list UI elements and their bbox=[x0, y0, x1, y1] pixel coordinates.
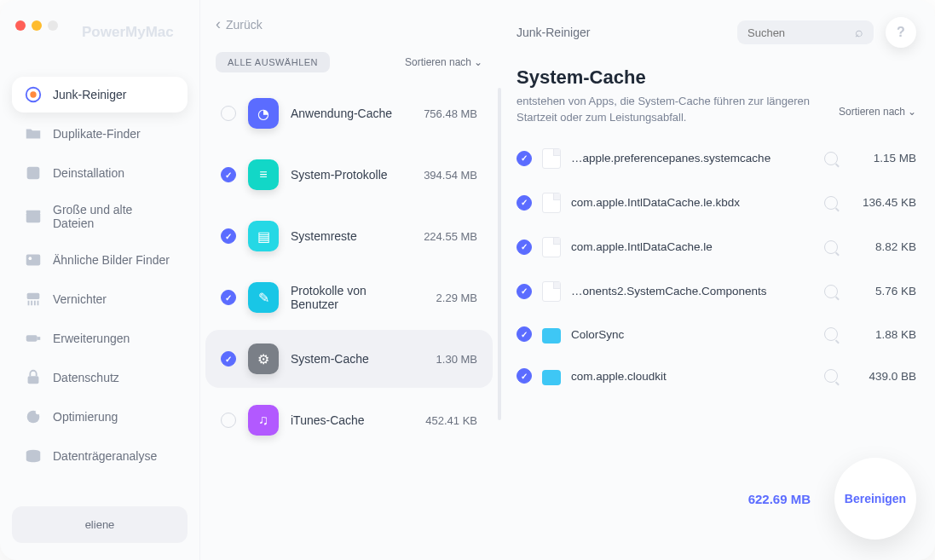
reveal-icon[interactable] bbox=[824, 240, 838, 254]
app-brand: PowerMyMac bbox=[82, 24, 174, 41]
category-row[interactable]: ♫iTunes-Cache452.41 KB bbox=[205, 391, 493, 449]
category-size: 394.54 MB bbox=[409, 169, 477, 182]
page-title: Junk-Reiniger bbox=[517, 26, 590, 39]
app-icon bbox=[24, 164, 43, 182]
category-row[interactable]: ≡System-Protokolle394.54 MB bbox=[205, 146, 493, 204]
svg-point-6 bbox=[29, 257, 32, 260]
file-name: com.apple.IntlDataCache.le bbox=[571, 240, 814, 253]
search-icon: ⌕ bbox=[855, 25, 863, 40]
sidebar-item-label: Deinstallation bbox=[53, 166, 124, 180]
clean-button[interactable]: Bereinigen bbox=[834, 458, 916, 540]
category-name: Protokolle von Benutzer bbox=[291, 284, 397, 311]
back-button[interactable]: ‹ Zurück bbox=[200, 15, 498, 33]
sidebar-item-label: Datenschutz bbox=[53, 371, 119, 384]
file-row[interactable]: …onents2.SystemCache.Components5.76 KB bbox=[517, 269, 916, 314]
sidebar-item-box[interactable]: Große und alte Dateien bbox=[12, 194, 188, 239]
category-row[interactable]: ▤Systemreste224.55 MB bbox=[205, 207, 493, 265]
disk-icon bbox=[24, 447, 43, 465]
category-row[interactable]: ⚙System-Cache1.30 MB bbox=[205, 330, 493, 388]
file-size: 1.88 KB bbox=[848, 328, 916, 341]
reveal-icon[interactable] bbox=[824, 327, 838, 341]
file-row[interactable]: com.apple.IntlDataCache.le.kbdx136.45 KB bbox=[517, 181, 916, 225]
file-row[interactable]: …apple.preferencepanes.systemcache1.15 M… bbox=[517, 136, 916, 181]
svg-rect-3 bbox=[26, 212, 41, 222]
reveal-icon[interactable] bbox=[824, 152, 838, 165]
file-icon bbox=[542, 281, 561, 302]
category-name: System-Cache bbox=[291, 352, 397, 366]
sidebar-item-label: Optimierung bbox=[53, 410, 118, 424]
sidebar-item-lock[interactable]: Datenschutz bbox=[12, 360, 188, 395]
reveal-icon[interactable] bbox=[824, 196, 838, 210]
sidebar-item-label: Ähnliche Bilder Finder bbox=[53, 253, 170, 267]
sidebar-item-image[interactable]: Ähnliche Bilder Finder bbox=[12, 242, 188, 278]
checkbox[interactable] bbox=[221, 228, 236, 244]
file-row[interactable]: com.apple.IntlDataCache.le8.82 KB bbox=[517, 225, 916, 269]
file-icon bbox=[542, 148, 561, 169]
checkbox[interactable] bbox=[517, 151, 532, 166]
file-row[interactable]: com.apple.cloudkit439.0 BB bbox=[517, 355, 916, 397]
sidebar-item-label: Erweiterungen bbox=[53, 332, 130, 345]
checkbox[interactable] bbox=[221, 167, 236, 182]
ext-icon bbox=[24, 329, 43, 348]
category-icon: ✎ bbox=[248, 282, 279, 313]
detail-sort-button[interactable]: Sortieren nach ⌄ bbox=[839, 106, 916, 118]
user-chip[interactable]: eliene bbox=[12, 506, 188, 543]
search-box[interactable]: ⌕ bbox=[737, 20, 874, 44]
category-size: 224.55 MB bbox=[409, 230, 477, 243]
file-size: 8.82 KB bbox=[848, 240, 916, 253]
help-button[interactable]: ? bbox=[886, 17, 916, 48]
search-input[interactable] bbox=[747, 26, 846, 39]
category-row[interactable]: ◔Anwendung-Cache756.48 MB bbox=[205, 84, 493, 142]
category-name: Anwendung-Cache bbox=[291, 107, 397, 120]
category-icon: ≡ bbox=[248, 159, 279, 190]
detail-subtitle: entstehen von Apps, die System-Cache füh… bbox=[517, 94, 823, 126]
checkbox[interactable] bbox=[221, 106, 236, 121]
folder-icon bbox=[542, 370, 561, 385]
sort-by-button[interactable]: Sortieren nach ⌄ bbox=[405, 56, 482, 68]
checkbox[interactable] bbox=[517, 195, 532, 211]
svg-rect-4 bbox=[26, 211, 41, 214]
sidebar-item-folder[interactable]: Duplikate-Finder bbox=[12, 116, 188, 152]
sidebar-item-label: Große und alte Dateien bbox=[53, 203, 176, 230]
sidebar-item-app[interactable]: Deinstallation bbox=[12, 155, 188, 191]
sidebar-item-disk[interactable]: Datenträgeranalyse bbox=[12, 438, 188, 474]
category-row[interactable]: ✎Protokolle von Benutzer2.29 MB bbox=[205, 268, 493, 326]
file-row[interactable]: ColorSync1.88 KB bbox=[517, 314, 916, 355]
sidebar-item-junk[interactable]: Junk-Reiniger bbox=[12, 77, 188, 113]
chevron-down-icon: ⌄ bbox=[908, 106, 916, 118]
category-icon: ⚙ bbox=[248, 344, 279, 374]
checkbox[interactable] bbox=[221, 413, 236, 428]
shred-icon bbox=[24, 290, 43, 309]
category-size: 1.30 MB bbox=[409, 353, 477, 366]
category-name: Systemreste bbox=[291, 229, 397, 243]
sidebar-item-opt[interactable]: Optimierung bbox=[12, 399, 188, 435]
file-size: 5.76 KB bbox=[848, 285, 916, 297]
chevron-down-icon: ⌄ bbox=[474, 56, 482, 68]
checkbox[interactable] bbox=[517, 284, 532, 299]
file-size: 439.0 BB bbox=[848, 370, 916, 383]
folder-icon bbox=[24, 124, 43, 143]
reveal-icon[interactable] bbox=[824, 285, 838, 298]
file-name: com.apple.cloudkit bbox=[571, 370, 814, 383]
checkbox[interactable] bbox=[517, 326, 532, 342]
sidebar-item-ext[interactable]: Erweiterungen bbox=[12, 320, 188, 356]
total-size: 622.69 MB bbox=[748, 492, 811, 506]
sidebar-item-shred[interactable]: Vernichter bbox=[12, 281, 188, 317]
checkbox[interactable] bbox=[221, 351, 236, 367]
category-icon: ♫ bbox=[248, 405, 279, 436]
category-name: System-Protokolle bbox=[291, 168, 397, 182]
sidebar-item-label: Vernichter bbox=[53, 292, 107, 306]
reveal-icon[interactable] bbox=[824, 369, 838, 383]
file-size: 1.15 MB bbox=[848, 152, 916, 165]
checkbox[interactable] bbox=[517, 368, 532, 384]
checkbox[interactable] bbox=[517, 240, 532, 255]
folder-icon bbox=[542, 328, 561, 344]
svg-rect-7 bbox=[27, 293, 40, 299]
svg-point-1 bbox=[30, 91, 36, 97]
select-all-button[interactable]: ALLE AUSWÄHLEN bbox=[216, 52, 330, 72]
box-icon bbox=[24, 207, 43, 226]
file-icon bbox=[542, 237, 561, 257]
checkbox[interactable] bbox=[221, 290, 236, 305]
sidebar-item-label: Junk-Reiniger bbox=[53, 88, 126, 101]
file-name: ColorSync bbox=[571, 328, 814, 341]
